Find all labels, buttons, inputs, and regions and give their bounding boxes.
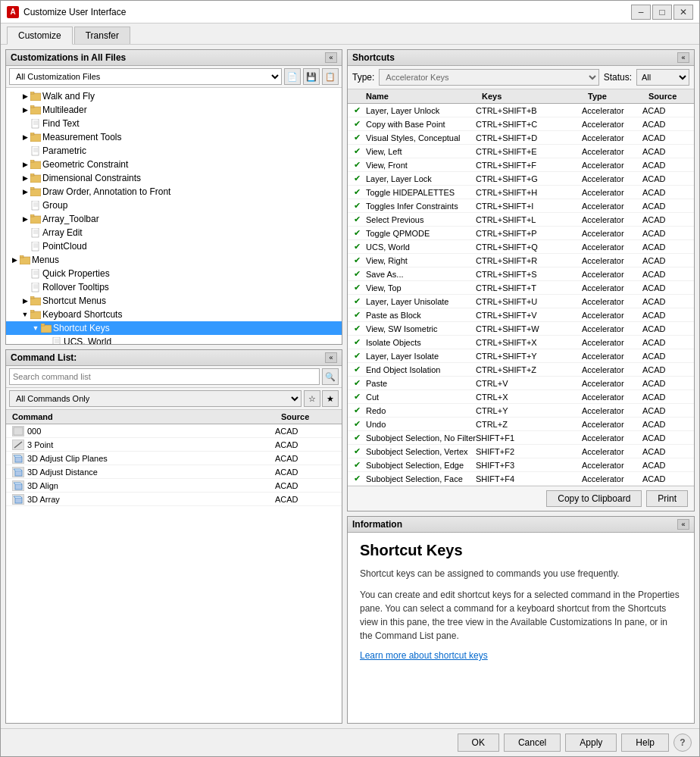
save-as-btn[interactable]: 📋 — [322, 68, 339, 85]
command-search-input[interactable] — [9, 368, 320, 385]
tree-item[interactable]: ▶Shortcut Menus — [6, 294, 342, 308]
tree-item[interactable]: ▶Dimensional Constraints — [6, 171, 342, 185]
tree-toggle[interactable]: ▶ — [20, 173, 30, 183]
tree-item[interactable]: Find Text — [6, 117, 342, 130]
command-collapse-icon[interactable]: « — [325, 352, 337, 363]
tree-toggle[interactable]: ▶ — [20, 296, 30, 306]
tree-toggle[interactable] — [20, 282, 30, 292]
shortcut-row[interactable]: ✔ View, Right CTRL+SHIFT+R Accelerator A… — [348, 254, 694, 267]
shortcut-row[interactable]: ✔ Select Previous CTRL+SHIFT+L Accelerat… — [348, 213, 694, 227]
save-btn[interactable]: 💾 — [303, 68, 320, 85]
command-row[interactable]: 3 Point ACAD — [6, 438, 342, 452]
apply-button[interactable]: Apply — [565, 734, 617, 752]
info-collapse-icon[interactable]: « — [677, 519, 689, 530]
tree-toggle[interactable]: ▶ — [20, 159, 30, 170]
tree-toggle[interactable]: ▶ — [20, 132, 30, 142]
command-row[interactable]: 000 ACAD — [6, 424, 342, 438]
command-filter-select[interactable]: All Commands Only — [9, 390, 302, 407]
shortcut-row[interactable]: ✔ Toggle HIDEPALETTES CTRL+SHIFT+H Accel… — [348, 186, 694, 199]
shortcut-row[interactable]: ✔ View, Left CTRL+SHIFT+E Accelerator AC… — [348, 145, 694, 158]
shortcut-row[interactable]: ✔ Redo CTRL+Y Accelerator ACAD — [348, 404, 694, 418]
tree-item[interactable]: ▶Walk and Fly — [6, 89, 342, 103]
tree-toggle[interactable]: ▶ — [20, 186, 30, 197]
shortcut-row[interactable]: ✔ Paste CTRL+V Accelerator ACAD — [348, 377, 694, 390]
tree-toggle[interactable] — [20, 268, 30, 279]
tree-item[interactable]: Group — [6, 199, 342, 212]
tree-item[interactable]: ▼Shortcut Keys — [6, 321, 342, 335]
tree-toggle[interactable] — [41, 336, 52, 344]
command-row[interactable]: 3D Align ACAD — [6, 479, 342, 493]
tree-item[interactable]: ▶Menus — [6, 253, 342, 267]
shortcut-row[interactable]: ✔ Layer, Layer Isolate CTRL+SHIFT+Y Acce… — [348, 349, 694, 363]
print-button[interactable]: Print — [646, 490, 688, 507]
shortcut-row[interactable]: ✔ Copy with Base Point CTRL+SHIFT+C Acce… — [348, 117, 694, 131]
tree-item[interactable]: ▶Multileader — [6, 103, 342, 117]
tree-toggle[interactable]: ▶ — [20, 91, 30, 102]
tree-toggle[interactable] — [20, 227, 30, 238]
help-button[interactable]: Help — [621, 734, 669, 752]
tree-item[interactable]: ▶Measurement Tools — [6, 130, 342, 144]
shortcut-row[interactable]: ✔ Subobject Selection, Vertex SHIFT+F2 A… — [348, 445, 694, 458]
tree-item[interactable]: Quick Properties — [6, 267, 342, 280]
filter-star-btn[interactable]: ☆ — [304, 390, 320, 407]
search-icon-btn[interactable]: 🔍 — [322, 368, 339, 385]
shortcut-row[interactable]: ✔ Toggle QPMODE CTRL+SHIFT+P Accelerator… — [348, 227, 694, 240]
shortcut-row[interactable]: ✔ Layer, Layer Unisolate CTRL+SHIFT+U Ac… — [348, 295, 694, 308]
maximize-button[interactable]: □ — [652, 5, 672, 20]
tree-item[interactable]: ▶Geometric Constraint — [6, 158, 342, 171]
tree-item[interactable]: UCS, World — [6, 335, 342, 344]
command-row[interactable]: 3D Adjust Distance ACAD — [6, 465, 342, 479]
tree-toggle[interactable] — [20, 118, 30, 129]
shortcut-row[interactable]: ✔ Layer, Layer Lock CTRL+SHIFT+G Acceler… — [348, 172, 694, 186]
tree-toggle[interactable]: ▼ — [20, 309, 30, 320]
shortcut-row[interactable]: ✔ View, Front CTRL+SHIFT+F Accelerator A… — [348, 158, 694, 172]
shortcuts-collapse-icon[interactable]: « — [677, 52, 689, 63]
shortcut-row[interactable]: ✔ Save As... CTRL+SHIFT+S Accelerator AC… — [348, 267, 694, 281]
help-circle-button[interactable]: ? — [673, 734, 692, 752]
shortcut-row[interactable]: ✔ View, Top CTRL+SHIFT+T Accelerator ACA… — [348, 281, 694, 295]
ok-button[interactable]: OK — [458, 734, 499, 752]
cancel-button[interactable]: Cancel — [504, 734, 561, 752]
tree-toggle[interactable]: ▶ — [20, 214, 30, 224]
tree-toggle[interactable]: ▶ — [20, 105, 30, 115]
collapse-icon[interactable]: « — [325, 52, 337, 63]
tree-item[interactable]: Array Edit — [6, 226, 342, 239]
tab-customize[interactable]: Customize — [7, 27, 73, 45]
tree-item[interactable]: ▼Keyboard Shortcuts — [6, 308, 342, 321]
shortcut-row[interactable]: ✔ Subobject Selection, Edge SHIFT+F3 Acc… — [348, 458, 694, 472]
shortcut-row[interactable]: ✔ Visual Styles, Conceptual CTRL+SHIFT+D… — [348, 131, 694, 145]
command-row[interactable]: 3D Array ACAD — [6, 493, 342, 506]
type-select[interactable]: Accelerator Keys — [379, 69, 598, 86]
tree-toggle[interactable]: ▶ — [9, 255, 20, 265]
close-button[interactable]: ✕ — [673, 5, 693, 20]
shortcut-row[interactable]: ✔ UCS, World CTRL+SHIFT+Q Accelerator AC… — [348, 240, 694, 254]
shortcut-row[interactable]: ✔ Subobject Selection, Face SHIFT+F4 Acc… — [348, 472, 694, 486]
new-btn[interactable]: 📄 — [284, 68, 301, 85]
tree-toggle[interactable]: ▼ — [30, 323, 41, 333]
filter-star2-btn[interactable]: ★ — [322, 390, 339, 407]
shortcut-row[interactable]: ✔ End Object Isolation CTRL+SHIFT+Z Acce… — [348, 363, 694, 377]
tab-transfer[interactable]: Transfer — [74, 27, 130, 44]
minimize-button[interactable]: – — [631, 5, 651, 20]
shortcut-row[interactable]: ✔ Toggles Infer Constraints CTRL+SHIFT+I… — [348, 199, 694, 213]
copy-to-clipboard-button[interactable]: Copy to Clipboard — [546, 490, 642, 507]
shortcut-row[interactable]: ✔ Isolate Objects CTRL+SHIFT+X Accelerat… — [348, 336, 694, 349]
status-select[interactable]: All — [636, 69, 689, 86]
shortcut-row[interactable]: ✔ Cut CTRL+X Accelerator ACAD — [348, 390, 694, 404]
shortcut-row[interactable]: ✔ Undo CTRL+Z Accelerator ACAD — [348, 418, 694, 431]
tree-item[interactable]: Parametric — [6, 144, 342, 158]
all-files-select[interactable]: All Customization Files — [9, 68, 282, 85]
tree-toggle[interactable] — [20, 200, 30, 211]
info-link[interactable]: Learn more about shortcut keys — [360, 650, 488, 661]
shortcut-row[interactable]: ✔ View, SW Isometric CTRL+SHIFT+W Accele… — [348, 322, 694, 336]
tree-item[interactable]: Rollover Tooltips — [6, 280, 342, 294]
tree-item[interactable]: ▶Array_Toolbar — [6, 212, 342, 226]
shortcut-row[interactable]: ✔ Subobject Selection, No Filter SHIFT+F… — [348, 431, 694, 445]
command-row[interactable]: 3D Adjust Clip Planes ACAD — [6, 452, 342, 465]
shortcut-row[interactable]: ✔ Layer, Layer Unlock CTRL+SHIFT+B Accel… — [348, 104, 694, 117]
tree-item[interactable]: ▶Draw Order, Annotation to Front — [6, 185, 342, 199]
shortcut-row[interactable]: ✔ Paste as Block CTRL+SHIFT+V Accelerato… — [348, 308, 694, 322]
tree-toggle[interactable] — [20, 241, 30, 252]
tree-item[interactable]: PointCloud — [6, 239, 342, 253]
tree-toggle[interactable] — [20, 145, 30, 156]
